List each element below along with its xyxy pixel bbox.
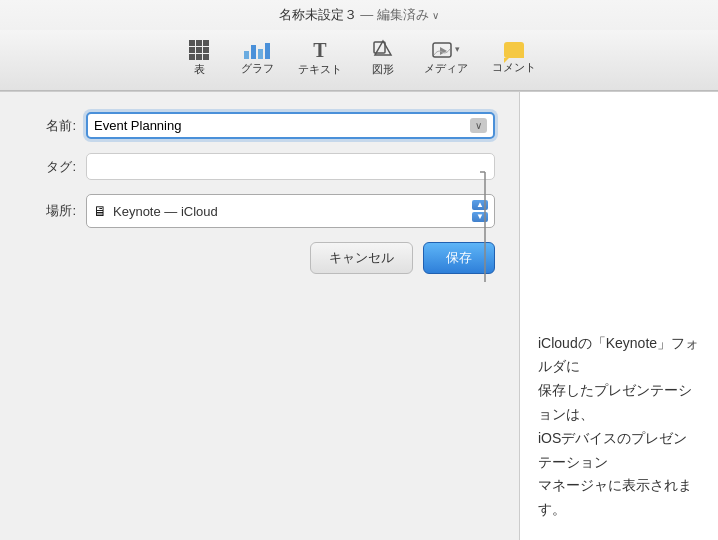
dialog-buttons: キャンセル 保存 [24, 242, 495, 274]
tag-input[interactable] [86, 153, 495, 180]
name-row: 名前: ∨ [24, 112, 495, 139]
save-dialog: 名前: ∨ タグ: 場所: 🖥 Keynote — iCloud ▲ ▼ [0, 92, 520, 540]
main-area: 名前: ∨ タグ: 場所: 🖥 Keynote — iCloud ▲ ▼ [0, 92, 718, 540]
stepper-down-button[interactable]: ▼ [472, 212, 488, 222]
location-row: 場所: 🖥 Keynote — iCloud ▲ ▼ [24, 194, 495, 228]
toolbar-media-button[interactable]: ▾ メディア [413, 36, 479, 81]
shape-icon [373, 39, 393, 60]
toolbar-text-label: テキスト [298, 62, 342, 77]
toolbar-chart-label: グラフ [241, 61, 274, 76]
titlebar-title: 名称未設定３ — 編集済み ∨ [0, 6, 718, 24]
name-input[interactable] [94, 118, 466, 133]
toolbar-shape-button[interactable]: 図形 [355, 34, 411, 82]
annotation-area: iCloudの「Keynote」フォルダに 保存したプレゼンテーションは、 iO… [520, 92, 718, 540]
save-button[interactable]: 保存 [423, 242, 495, 274]
annotation-text: iCloudの「Keynote」フォルダに 保存したプレゼンテーションは、 iO… [538, 332, 700, 522]
toolbar-table-label: 表 [194, 62, 205, 77]
location-select-wrapper[interactable]: 🖥 Keynote — iCloud ▲ ▼ [86, 194, 495, 228]
tag-row: タグ: [24, 153, 495, 180]
location-text: Keynote — iCloud [113, 204, 468, 219]
cancel-button[interactable]: キャンセル [310, 242, 413, 274]
comment-icon [504, 42, 524, 58]
toolbar-comment-label: コメント [492, 60, 536, 75]
toolbar-comment-button[interactable]: コメント [481, 37, 547, 80]
name-dropdown-button[interactable]: ∨ [470, 118, 487, 133]
titlebar: 名称未設定３ — 編集済み ∨ 表 [0, 0, 718, 92]
location-label: 場所: [24, 202, 76, 220]
toolbar-media-label: メディア [424, 61, 468, 76]
name-input-wrapper: ∨ [86, 112, 495, 139]
tag-label: タグ: [24, 158, 76, 176]
toolbar-text-button[interactable]: T テキスト [287, 35, 353, 82]
location-icon: 🖥 [93, 203, 107, 219]
media-chevron-icon: ▾ [455, 45, 460, 54]
chart-icon [244, 41, 270, 59]
table-icon [189, 40, 209, 60]
toolbar-chart-button[interactable]: グラフ [229, 36, 285, 81]
text-icon: T [313, 40, 326, 60]
media-icon: ▾ [432, 41, 460, 59]
name-label: 名前: [24, 117, 76, 135]
toolbar: 表 グラフ T テキスト [0, 30, 718, 91]
stepper-up-button[interactable]: ▲ [472, 200, 488, 210]
toolbar-shape-label: 図形 [372, 62, 394, 77]
location-stepper: ▲ ▼ [472, 199, 488, 223]
toolbar-table-button[interactable]: 表 [171, 35, 227, 82]
titlebar-chevron[interactable]: ∨ [432, 10, 439, 21]
